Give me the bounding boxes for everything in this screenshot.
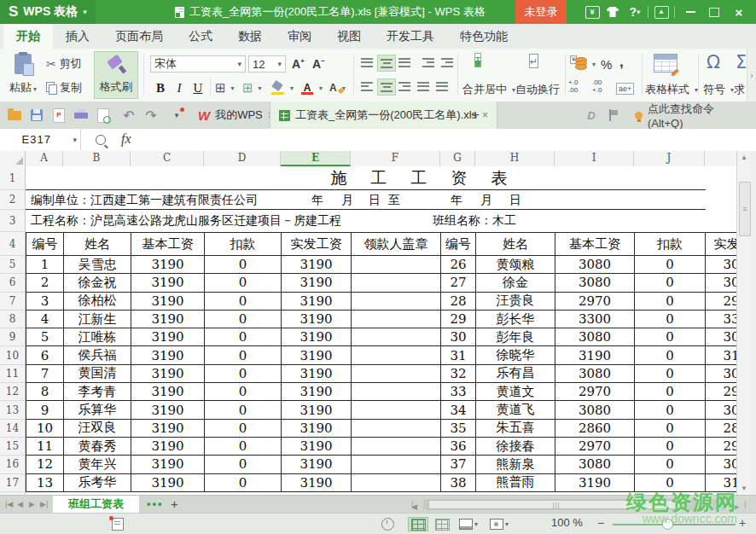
cell[interactable]: 3190 [131,474,205,492]
zoom-slider-thumb[interactable] [662,519,673,530]
cell[interactable]: 徐接春 [476,438,555,456]
print-button[interactable] [72,107,90,123]
cell[interactable]: 3190 [131,311,205,328]
cell[interactable]: 0 [205,401,282,419]
insert-function-button[interactable]: fx [121,131,131,147]
formula-input[interactable] [150,129,756,150]
prepared-by-cell[interactable]: 编制单位：江西建工第一建筑有限责任公司 [31,193,258,208]
minimize-button[interactable] [679,0,701,24]
vertical-scrollbar[interactable]: ▲ ≡ ▼ [736,151,751,495]
cell[interactable]: 9 [26,401,64,419]
wrap-text-button[interactable]: 自动换行 [515,81,560,98]
cell[interactable]: 0 [635,474,706,492]
cell[interactable]: 0 [205,438,282,456]
align-right-button[interactable] [396,78,413,94]
cell[interactable]: 黄年兴 [64,456,131,473]
insert-function-search-button[interactable] [96,135,106,145]
font-color-button[interactable]: A [300,79,323,96]
cell[interactable]: 13 [26,474,64,492]
cell[interactable]: 0 [205,328,282,346]
column-header-F[interactable]: F [351,151,440,166]
cell[interactable]: 3080 [555,365,635,383]
column-header-J[interactable]: J [634,151,705,166]
header-cell[interactable]: 编号 [26,233,64,256]
cell[interactable]: 0 [205,456,282,473]
cell[interactable]: 3300 [555,311,635,328]
cell[interactable]: 0 [205,256,282,274]
decrease-font-button[interactable]: A− [312,55,325,73]
cell[interactable]: 2970 [555,438,635,456]
row-header-12[interactable]: 12 [0,383,25,401]
cell[interactable]: 38 [441,474,476,492]
cell[interactable]: 3190 [131,256,205,274]
cell[interactable]: 3190 [282,346,352,364]
comma-format-button[interactable]: , [619,54,624,71]
increase-decimal-button[interactable]: +.0 .00 [568,78,578,95]
cell[interactable]: 11 [26,438,64,456]
cell[interactable]: 汪贵良 [476,293,555,311]
date-label[interactable]: 年 [451,193,462,208]
cell[interactable]: 乐有昌 [476,365,555,383]
cell[interactable]: 2 [26,274,64,292]
cell[interactable]: 37 [441,456,476,473]
cell[interactable]: 彭年良 [476,328,555,346]
cell[interactable] [352,346,441,364]
save-button[interactable] [27,107,46,123]
date-label[interactable]: 月 [480,193,492,208]
column-header-partial[interactable] [705,151,736,166]
cell[interactable]: 0 [635,274,706,292]
add-sheet-button[interactable]: + [171,496,178,512]
cell[interactable]: 吴雪忠 [64,256,131,274]
font-name-select[interactable]: 宋体▾ [150,55,246,73]
table-style-button[interactable]: 表格样式 [645,81,698,98]
cell[interactable]: 3190 [282,274,352,292]
menu-tab-3[interactable]: 页面布局 [102,24,176,49]
cell[interactable]: 0 [205,474,282,492]
login-button[interactable]: 未登录 [515,0,567,24]
font-size-select[interactable]: 12▾ [248,55,286,73]
reading-view-button[interactable] [486,517,512,531]
cell[interactable] [352,383,441,401]
format-painter-button[interactable]: 格式刷 [94,51,138,99]
currency-format-button[interactable] [570,55,596,73]
prev-sheet-button[interactable]: ◀ [17,498,23,511]
cell[interactable]: 黄颂粮 [476,256,555,274]
row-header-17[interactable]: 17 [0,474,25,492]
header-cell[interactable]: 扣款 [205,233,282,256]
export-pdf-button[interactable]: P [49,107,68,123]
cell[interactable]: 徐晓华 [476,346,555,364]
cell[interactable]: 江新生 [64,311,131,328]
docer-button[interactable]: D [582,107,601,123]
scroll-up-icon[interactable]: ▲ [737,154,751,161]
cell[interactable]: 3190 [706,474,736,492]
project-name-cell[interactable]: 工程名称：沪昆高速公路龙虎山服务区迁建项目－房建工程 [31,213,341,229]
row-header-1[interactable]: 1 [0,166,25,190]
header-cell[interactable]: 实发工资 [282,233,352,256]
date-label[interactable]: 日 [369,193,381,208]
first-sheet-button[interactable]: |◀ [5,498,13,511]
cell[interactable]: 3080 [555,256,635,274]
help-button[interactable]: ?▾ [624,0,646,24]
skin-icon[interactable] [602,0,623,24]
cell[interactable]: 乐考华 [64,474,131,492]
cell[interactable]: 3190 [282,474,352,492]
close-button[interactable]: × [727,0,751,24]
column-header-D[interactable]: D [204,151,281,166]
customize-quickbar-button[interactable]: ▾ [167,107,186,123]
cell[interactable]: 10 [26,420,64,438]
header-cell[interactable]: 实发工资 [706,233,736,256]
cell[interactable]: 0 [205,346,282,364]
row-header-3[interactable]: 3 [0,210,25,232]
cell[interactable]: 熊新泉 [476,456,555,473]
cell[interactable]: 3190 [282,456,352,473]
distributed-button[interactable] [433,78,451,94]
abbreviation-button[interactable]: ae+ [616,80,634,97]
date-label[interactable]: 月 [341,193,353,208]
align-top-button[interactable] [358,55,375,70]
cell[interactable]: 0 [635,328,706,346]
cell[interactable]: 3190 [282,401,352,419]
cell[interactable]: 徐金 [476,274,555,292]
cell[interactable]: 汪双良 [64,420,131,438]
cell[interactable]: 34 [441,401,476,419]
merge-center-button[interactable]: 合并居中 [462,81,515,98]
